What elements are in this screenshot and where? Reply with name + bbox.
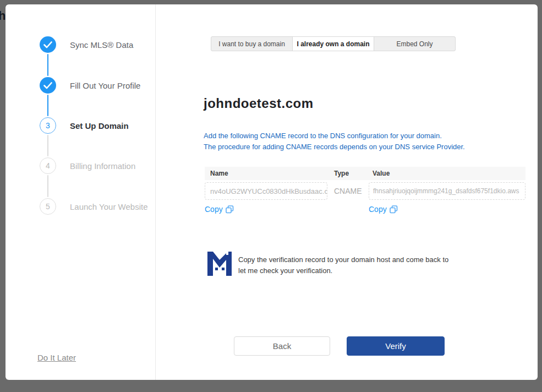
step-5-label: Launch Your Website — [70, 202, 148, 211]
record-name-field[interactable]: nv4oUG2WYUCc0830dHkBusdaac.com — [205, 182, 327, 200]
step-set-up-domain: 3 Set Up Domain — [40, 117, 129, 134]
step-billing-information: 4 Billing Information — [40, 157, 135, 174]
tab-already-own-domain[interactable]: I already own a domain — [292, 37, 374, 51]
step-connector-2-3 — [47, 95, 48, 116]
wizard-stepper-sidebar: Sync MLS® Data Fill Out Your Profile 3 S… — [6, 4, 156, 380]
copy-value-label: Copy — [369, 205, 387, 214]
verify-button[interactable]: Verify — [347, 336, 445, 356]
background-page-glyph: h — [0, 9, 6, 23]
checkmark-icon — [43, 82, 52, 89]
cname-instructions: Add the following CNAME record to the DN… — [204, 130, 465, 153]
step-5-number: 5 — [46, 202, 50, 211]
record-table-header: Name Type Value — [205, 167, 525, 180]
step-3-number: 3 — [46, 121, 50, 130]
setup-wizard-modal: Sync MLS® Data Fill Out Your Profile 3 S… — [6, 4, 538, 380]
verification-note-line1: Copy the verification record to your dom… — [238, 254, 448, 265]
verification-note: Copy the verification record to your dom… — [207, 252, 448, 276]
copy-value-button[interactable]: Copy — [369, 205, 398, 214]
cname-record-table: Name Type Value nv4oUG2WYUCc0830dHkBusda… — [205, 167, 525, 216]
record-value-field[interactable]: fhnsahjriuojqoijmmmg241g_dsafdsf675f1dki… — [369, 182, 525, 200]
copy-name-button[interactable]: Copy — [205, 205, 234, 214]
step-connector-3-4 — [47, 135, 48, 156]
step-4-label: Billing Information — [70, 161, 135, 171]
checkmark-icon — [43, 41, 52, 48]
step-launch-website: 5 Launch Your Website — [40, 198, 148, 215]
brand-m-logo-icon — [207, 252, 232, 276]
step-2-check-circle — [40, 77, 56, 94]
back-button[interactable]: Back — [234, 336, 330, 356]
cname-instructions-line1: Add the following CNAME record to the DN… — [204, 130, 465, 141]
column-header-name: Name — [210, 170, 228, 177]
do-it-later-link[interactable]: Do It Later — [37, 353, 76, 362]
step-fill-out-profile: Fill Out Your Profile — [40, 77, 140, 94]
step-3-label: Set Up Domain — [70, 121, 129, 130]
record-type-value: CNAME — [334, 182, 362, 200]
copy-name-label: Copy — [205, 205, 223, 214]
main-content: I want to buy a domain I already own a d… — [156, 4, 538, 380]
step-3-number-circle: 3 — [40, 117, 56, 134]
cname-instructions-line2: The procedure for adding CNAME records d… — [204, 141, 465, 153]
verification-note-text: Copy the verification record to your dom… — [238, 252, 448, 276]
record-table-row: nv4oUG2WYUCc0830dHkBusdaac.com CNAME fhn… — [205, 182, 525, 200]
copy-links-row: Copy Copy — [205, 205, 525, 216]
step-4-number: 4 — [46, 161, 50, 170]
copy-icon — [226, 205, 234, 214]
verification-note-line2: let me check your verification. — [238, 265, 448, 276]
step-1-label: Sync MLS® Data — [70, 40, 133, 50]
footer-buttons: Back Verify — [156, 336, 538, 356]
step-connector-1-2 — [47, 54, 48, 76]
step-connector-4-5 — [47, 175, 48, 197]
column-header-type: Type — [334, 170, 349, 177]
domain-mode-tabbar: I want to buy a domain I already own a d… — [211, 36, 456, 51]
step-5-number-circle: 5 — [40, 198, 56, 215]
domain-name-heading: johndoetest.com — [204, 96, 314, 111]
copy-icon — [390, 205, 398, 214]
column-header-value: Value — [373, 170, 390, 177]
step-1-check-circle — [40, 36, 56, 53]
step-2-label: Fill Out Your Profile — [70, 81, 140, 90]
tab-embed-only[interactable]: Embed Only — [374, 37, 455, 51]
page: { "overlay": { "background_glyph": "h" }… — [0, 0, 542, 392]
step-4-number-circle: 4 — [40, 157, 56, 174]
tab-buy-a-domain[interactable]: I want to buy a domain — [211, 37, 292, 51]
step-sync-mls-data: Sync MLS® Data — [40, 36, 133, 53]
